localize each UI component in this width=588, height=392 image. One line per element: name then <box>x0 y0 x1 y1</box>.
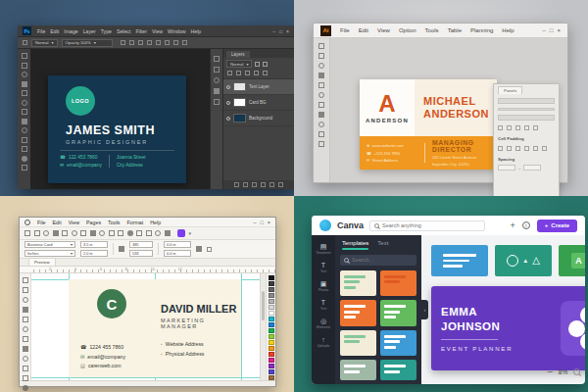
color-swatch[interactable] <box>269 352 274 357</box>
panel-icon[interactable] <box>214 67 220 73</box>
menu-item[interactable]: View <box>377 27 390 33</box>
global-search[interactable] <box>369 220 485 231</box>
zoom-out-icon[interactable]: – <box>548 368 553 376</box>
card-bullet-text[interactable]: Website Address <box>166 341 204 347</box>
card-flower-logo[interactable] <box>561 301 585 356</box>
panel-field[interactable] <box>498 115 555 121</box>
option-icon[interactable] <box>121 40 125 45</box>
tool-icon[interactable] <box>22 90 27 96</box>
prop-icon[interactable] <box>119 246 124 252</box>
units-select[interactable]: Inches▾ <box>24 250 75 257</box>
toolbar-icon[interactable] <box>155 230 161 236</box>
tool-icon[interactable] <box>23 375 28 381</box>
layer-blend-select[interactable]: Normal ▾ <box>226 60 252 68</box>
tool-icon[interactable] <box>318 131 324 137</box>
scrollbar-thumb[interactable] <box>262 291 265 320</box>
card-role[interactable]: MANAGING DIRECTOR <box>432 139 490 153</box>
color-swatch[interactable] <box>269 340 274 345</box>
option-icon[interactable] <box>182 40 187 45</box>
sidebar-item-elements[interactable]: ◎Elements <box>317 318 330 329</box>
card-monogram[interactable]: A <box>378 92 395 116</box>
layer-filter-icon[interactable] <box>255 62 260 67</box>
card-bullet-text[interactable]: Physical Address <box>166 351 205 357</box>
sidebar-item-templates[interactable]: ▤Templates <box>316 243 330 255</box>
visibility-eye-icon[interactable] <box>226 85 230 89</box>
page-preset-select[interactable]: Business Card▾ <box>24 241 75 248</box>
tool-icon[interactable] <box>318 63 324 69</box>
option-icon[interactable] <box>173 40 178 45</box>
layers-action-icon[interactable] <box>243 182 248 187</box>
close-icon[interactable]: × <box>557 27 561 33</box>
sidebar-item-text[interactable]: TText <box>320 262 326 273</box>
layer-filter-icon[interactable] <box>263 62 268 67</box>
layers-action-icon[interactable] <box>234 182 239 187</box>
card-website[interactable]: www.website.com <box>372 143 404 148</box>
template-thumbnail[interactable] <box>340 270 376 297</box>
card-orange-band[interactable]: ⊕www.website.com ☎+123 456 7890 ✉Street … <box>360 136 497 170</box>
option-icon[interactable] <box>156 40 161 45</box>
page-height-input[interactable]: 2.0 in <box>80 250 108 257</box>
element-tile-shapes[interactable]: ▲ △ <box>495 245 552 276</box>
card-address[interactable]: Street Address <box>372 158 398 163</box>
toolbar-icon[interactable] <box>53 230 59 236</box>
pos-y-input[interactable]: 533 <box>129 250 153 257</box>
card-phone[interactable]: 1224 455 7860 <box>89 344 123 350</box>
tool-icon[interactable] <box>318 112 324 118</box>
menu-item[interactable]: Help <box>150 220 161 225</box>
color-swatch[interactable] <box>269 281 274 286</box>
margin-input[interactable]: 0.0 in <box>164 250 191 257</box>
tool-icon[interactable] <box>318 43 324 49</box>
zoom-level[interactable]: 8% <box>559 368 567 375</box>
tool-icon[interactable] <box>22 165 27 171</box>
menu-item[interactable]: Layer <box>83 28 96 34</box>
sidebar-item-uploads[interactable]: ↑Uploads <box>318 336 329 348</box>
document-tab[interactable]: Preview <box>28 258 56 266</box>
color-swatch[interactable] <box>269 346 274 351</box>
tool-icon[interactable] <box>22 53 27 59</box>
color-swatch[interactable] <box>269 317 274 321</box>
align-icon[interactable] <box>524 146 529 151</box>
close-icon[interactable]: × <box>286 28 289 34</box>
card-role[interactable]: GRAPHIC DESIGNER <box>66 139 169 145</box>
option-icon[interactable] <box>129 40 134 45</box>
lock-icon[interactable] <box>263 71 268 75</box>
visibility-eye-icon[interactable] <box>226 117 230 121</box>
menu-item[interactable]: Tools <box>108 220 120 225</box>
panel-icon[interactable] <box>533 125 538 130</box>
toolbar-icon[interactable] <box>24 230 30 236</box>
card-email[interactable]: email@company <box>87 354 125 360</box>
layers-action-icon[interactable] <box>270 182 274 187</box>
maximize-icon[interactable]: □ <box>260 220 263 225</box>
card-last-name[interactable]: JOHNSON <box>441 319 551 333</box>
margin-input[interactable]: 0.0 in <box>164 241 191 248</box>
lock-icon[interactable] <box>227 71 232 75</box>
menu-item[interactable]: Format <box>126 220 143 225</box>
toolbar-icon[interactable] <box>99 230 105 236</box>
toolbar-icon[interactable] <box>109 230 115 236</box>
layers-action-icon[interactable] <box>252 182 257 187</box>
toolbar-icon[interactable] <box>118 230 123 236</box>
tool-icon[interactable] <box>22 72 27 77</box>
template-thumbnail[interactable] <box>340 300 376 326</box>
tool-icon[interactable] <box>23 326 28 332</box>
panel-tab[interactable]: Panels <box>498 86 522 94</box>
card-address1[interactable]: Joanna Street <box>117 155 146 160</box>
template-thumbnail[interactable] <box>380 270 416 297</box>
search-input[interactable] <box>382 222 480 228</box>
tool-icon[interactable] <box>23 336 28 342</box>
color-swatch[interactable] <box>269 328 274 333</box>
layers-tab[interactable]: Layers <box>226 51 250 58</box>
card-monogram-surname[interactable]: ANDERSON <box>366 118 409 123</box>
zoom-icon[interactable] <box>573 368 580 375</box>
menu-item[interactable]: Image <box>64 28 77 34</box>
menu-item[interactable]: Select <box>117 28 130 34</box>
visibility-eye-icon[interactable] <box>226 101 230 105</box>
menu-item[interactable]: Help <box>191 28 202 34</box>
tool-icon[interactable] <box>23 297 28 303</box>
tool-icon[interactable] <box>22 109 27 115</box>
color-swatch[interactable] <box>269 299 274 304</box>
prop-icon[interactable] <box>196 246 202 252</box>
template-thumbnail[interactable] <box>380 300 416 326</box>
tool-preset-icon[interactable] <box>23 40 27 45</box>
layers-action-icon[interactable] <box>278 182 283 187</box>
